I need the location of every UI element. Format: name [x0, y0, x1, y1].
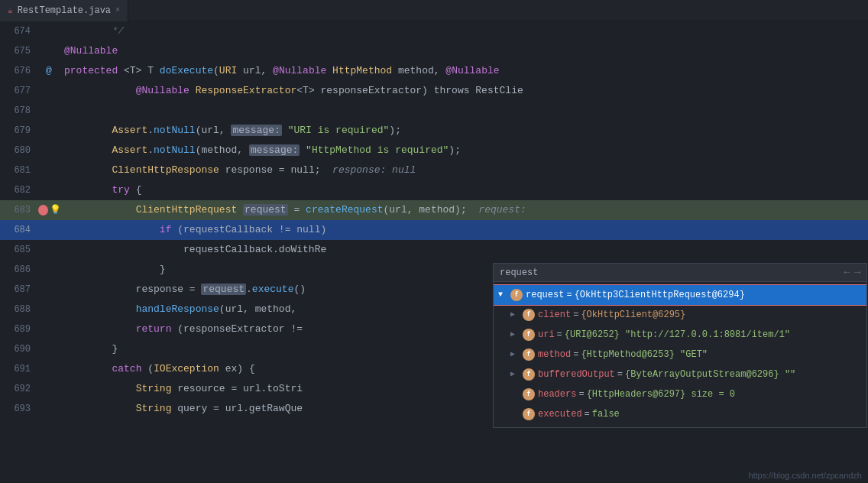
line-num-685: 685	[0, 240, 38, 260]
field-icon-method: f	[523, 348, 535, 361]
line-num-682: 682	[0, 180, 38, 200]
line-content-682: try {	[61, 180, 868, 200]
field-value-method: {HttpMethod@6253} "GET"	[581, 346, 708, 363]
gutter-676: @	[38, 61, 61, 81]
bulb-icon: 💡	[50, 200, 61, 220]
line-num-691: 691	[0, 359, 38, 379]
popup-row-request[interactable]: ▼ f request = {OkHttp3ClientHttpRequest@…	[494, 285, 866, 305]
tab-close-button[interactable]: ×	[115, 6, 120, 15]
tab-bar: ☕ RestTemplate.java ×	[0, 0, 868, 21]
line-content-680: Assert.notNull(method, message: "HttpMet…	[61, 141, 868, 160]
java-file-icon: ☕	[8, 5, 13, 15]
line-num-692: 692	[0, 379, 38, 399]
debug-popup: request ← → ▼ f request = {OkHttp3Client…	[493, 263, 867, 428]
field-value-bufferedoutput: {ByteArrayOutputStream@6296} ""	[625, 366, 795, 383]
popup-row-bufferedoutput[interactable]: ▶ f bufferedOutput = {ByteArrayOutputStr…	[494, 365, 866, 384]
field-value-executed: false	[592, 406, 620, 423]
field-eq-bufferedoutput: =	[617, 366, 623, 383]
expand-arrow-bufferedoutput[interactable]: ▶	[510, 366, 521, 383]
field-eq-uri: =	[557, 326, 562, 343]
line-num-683: 683	[0, 200, 38, 220]
field-eq-client: =	[573, 306, 578, 323]
code-line-676: 676 @ protected <T> T doExecute(URI url,…	[0, 61, 868, 81]
field-value-uri: {URI@6252} "http://127.0.0.1:8081/item/1…	[565, 326, 790, 343]
code-line-680: 680 Assert.notNull(method, message: "Htt…	[0, 141, 868, 160]
line-content-674: */	[61, 21, 868, 41]
line-num-674: 674	[0, 21, 38, 41]
field-icon-client: f	[523, 309, 535, 321]
code-line-685: 685 requestCallback.doWithRe	[0, 240, 868, 260]
line-num-675: 675	[0, 41, 38, 61]
code-line-681: 681 ClientHttpResponse response = null; …	[0, 160, 868, 180]
line-num-681: 681	[0, 160, 38, 180]
line-content-677: @Nullable ResponseExtractor<T> responseE…	[61, 81, 868, 101]
field-name-uri: uri	[538, 326, 555, 343]
field-icon-bufferedoutput: f	[523, 368, 535, 381]
line-num-693: 693	[0, 399, 38, 419]
expand-arrow-method[interactable]: ▶	[510, 346, 521, 363]
popup-row-method[interactable]: ▶ f method = {HttpMethod@6253} "GET"	[494, 345, 866, 365]
field-icon-uri: f	[523, 329, 535, 341]
line-num-690: 690	[0, 339, 38, 359]
code-line-674: 674 */	[0, 21, 868, 41]
popup-row-executed[interactable]: ▶ f executed = false	[494, 404, 866, 424]
popup-row-headers[interactable]: ▶ f headers = {HttpHeaders@6297} size = …	[494, 384, 866, 404]
code-line-677: 677 @Nullable ResponseExtractor<T> respo…	[0, 81, 868, 101]
code-line-675: 675 @Nullable	[0, 41, 868, 61]
field-value-request: {OkHttp3ClientHttpRequest@6294}	[575, 287, 745, 303]
popup-title: request	[500, 267, 538, 278]
field-value-headers: {HttpHeaders@6297} size = 0	[587, 386, 735, 403]
line-content-679: Assert.notNull(url, message: "URI is req…	[61, 121, 868, 141]
line-num-676: 676	[0, 61, 38, 81]
field-name-client: client	[538, 306, 571, 323]
code-line-679: 679 Assert.notNull(url, message: "URI is…	[0, 121, 868, 141]
code-line-683: 683 💡 ClientHttpRequest request = create…	[0, 200, 868, 220]
field-eq-headers: =	[578, 386, 584, 403]
code-line-678: 678	[0, 101, 868, 121]
gutter-683: 💡	[38, 200, 61, 220]
expand-arrow-client[interactable]: ▶	[510, 306, 521, 323]
popup-body: ▼ f request = {OkHttp3ClientHttpRequest@…	[494, 282, 866, 427]
popup-back-button[interactable]: ←	[844, 267, 850, 278]
line-num-686: 686	[0, 260, 38, 280]
line-num-680: 680	[0, 141, 38, 160]
field-name-headers: headers	[538, 386, 576, 403]
popup-header: request ← →	[494, 264, 866, 282]
field-eq-method: =	[573, 346, 578, 363]
popup-row-client[interactable]: ▶ f client = {OkHttpClient@6295}	[494, 305, 866, 325]
watermark: https://blog.csdn.net/zpcandzh	[748, 471, 862, 480]
tab-resttemplate[interactable]: ☕ RestTemplate.java ×	[0, 0, 128, 21]
field-name-method: method	[538, 346, 571, 363]
popup-row-uri[interactable]: ▶ f uri = {URI@6252} "http://127.0.0.1:8…	[494, 325, 866, 345]
breakpoint-icon[interactable]	[38, 205, 48, 216]
field-eq-executed: =	[585, 406, 590, 423]
field-value-client: {OkHttpClient@6295}	[581, 306, 685, 323]
field-icon-headers: f	[523, 388, 535, 400]
field-name-request: request	[526, 287, 564, 303]
code-line-682: 682 try {	[0, 180, 868, 200]
line-num-689: 689	[0, 319, 38, 339]
line-content-685: requestCallback.doWithRe	[61, 240, 868, 260]
code-editor: 674 */ 675 @Nullable 676 @ protected <T>…	[0, 21, 868, 483]
field-icon-executed: f	[523, 408, 535, 420]
line-num-678: 678	[0, 101, 38, 121]
line-content-684: if (requestCallback != null)	[61, 220, 868, 240]
expand-arrow-uri[interactable]: ▶	[510, 326, 521, 343]
line-content-683: ClientHttpRequest request = createReques…	[61, 200, 868, 220]
line-num-687: 687	[0, 280, 38, 300]
line-num-688: 688	[0, 300, 38, 319]
popup-toolbar: ← →	[844, 267, 860, 278]
line-num-679: 679	[0, 121, 38, 141]
field-name-bufferedoutput: bufferedOutput	[538, 366, 615, 383]
code-line-684: 684 if (requestCallback != null)	[0, 220, 868, 240]
field-eq-request: =	[566, 287, 572, 303]
line-content-676: protected <T> T doExecute(URI url, @Null…	[61, 61, 868, 81]
popup-forward-button[interactable]: →	[854, 267, 860, 278]
expand-arrow-request[interactable]: ▼	[498, 287, 509, 303]
field-name-executed: executed	[538, 406, 582, 423]
line-num-677: 677	[0, 81, 38, 101]
line-num-684: 684	[0, 220, 38, 240]
tab-label: RestTemplate.java	[18, 5, 111, 16]
field-icon-request: f	[510, 289, 523, 301]
line-content-681: ClientHttpResponse response = null; resp…	[61, 160, 868, 180]
